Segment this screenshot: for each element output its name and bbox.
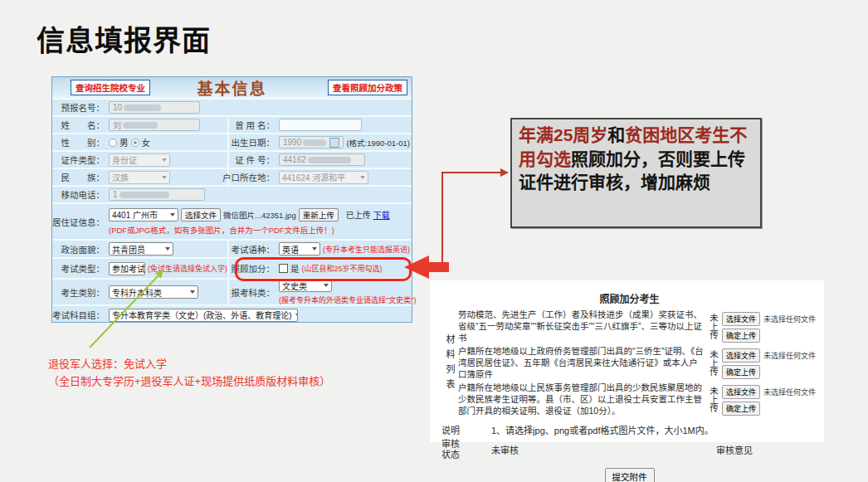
bonus-callout-box: 年满25周岁和贫困地区考生不用勾选照顾加分，否则要上传证件进行审核，增加麻烦 [510,118,762,228]
materials-list: 劳动模范、先进生产（工作）者及科技进步（成果）奖获证书、省级“五一劳动奖章”“新… [458,309,817,419]
bonus-checkbox-text: 是 [290,262,300,275]
category-value: 专科升本科类 [112,286,162,299]
note-text: 1、请选择jpg、png或者pdf格式图片文件，大小1M内。 [491,423,714,436]
row-category-subject: 考生类别： 专科升本科类 报考科类： 文史类 (报考专升本的外语类专业请选择"文… [52,278,412,304]
hukou-select[interactable]: 441624 河源和平 [279,171,368,184]
choose-file-button[interactable]: 选择文件 [722,312,760,326]
politics-select[interactable]: 共青团员 [109,242,173,256]
screen: 信息填报界面 基本信息 查询招生院校专业 查看照顾加分政策 预报名号： 10 姓… [0,0,868,482]
red-connector-line [437,173,501,267]
dob-label: 出生日期： [227,134,279,150]
upload-controls: 选择文件 未选择任何文件 确定上传 [718,309,817,344]
status-label: 审核状态 [441,439,468,462]
subject-value: 文史类 [282,280,307,292]
chevron-down-icon [190,290,195,294]
idno-input[interactable]: 44162 [279,153,365,166]
card-title: 照顾加分考生 [441,291,817,305]
former-name-label: 曾 用 名： [227,117,279,133]
ethnic-label: 民 族： [52,169,109,185]
veteran-annotation: 退役军人选择：免试入学 （全日制大专学历+退役军人证+现场提供纸质版材料审核） [48,356,330,391]
view-bonus-policy-button[interactable]: 查看照顾加分政策 [328,80,407,95]
examtype-select[interactable]: 参加考试 [109,262,145,275]
subject-select[interactable]: 文史类 [279,279,332,292]
opinion-label: 审核意见 [716,443,753,456]
gender-male-text: 男 [119,136,129,148]
row-ethnic-hukou: 民 族： 汉族 户口所在地： 441624 河源和平 [52,168,412,185]
material-text: 户籍所在地地级以上政府侨务管理部门出具的“三侨生”证明、《台湾居民居住证》、五年… [458,346,705,381]
confirm-upload-button[interactable]: 确定上传 [722,329,760,343]
material-row: 户籍所在地地级以上民族事务管理部门出具的少数民族聚居地的少数民族考生证明等。县（… [458,382,817,417]
bonus-checkbox[interactable] [279,264,288,273]
redacted-value [119,192,169,198]
choose-file-button[interactable]: 选择文件 [722,385,760,399]
chevron-down-icon [162,176,167,179]
redacted-value [303,139,326,146]
preregistration-input[interactable]: 10 [109,101,200,114]
subject-label: 报考科类： [227,280,279,304]
red-connector-arrow-head [500,168,509,177]
examset-select[interactable]: 专升本教育学类（文史）(政治、外语、教育理论) [109,309,298,322]
dob-input[interactable]: 1990 [279,136,344,148]
material-row: 劳动模范、先进生产（工作）者及科技进步（成果）奖获证书、省级“五一劳动奖章”“新… [458,309,817,344]
hukou-value: 441624 河源和平 [282,171,345,183]
language-select[interactable]: 英语 [279,242,320,256]
confirm-upload-button[interactable]: 确定上传 [722,402,760,416]
gender-label: 性 别： [52,134,109,150]
bonus-label: 照顾加分： [227,259,279,278]
status-value: 未审核 [491,443,519,456]
note-label: 说明 [441,423,468,436]
row-exam-subject-group: 考试科目组： 专升本教育学类（文史）(政治、外语、教育理论) [52,304,412,324]
residence-city-select[interactable]: 4401 广州市 [109,208,178,222]
confirm-upload-button[interactable]: 确定上传 [722,365,760,379]
choose-file-button[interactable]: 选择文件 [722,348,760,363]
chevron-down-icon [170,213,175,217]
preregistration-value: 10 [113,103,122,112]
row-preregistration-number: 预报名号： 10 [52,98,412,115]
redacted-value [308,157,351,163]
materials-side-label: 材料列表 [441,309,458,419]
phone-value: 1 [113,190,118,199]
ethnic-select[interactable]: 汉族 [109,171,170,184]
download-link[interactable]: 下载 [373,208,390,221]
hukou-label: 户口所在地： [227,169,279,185]
idno-label: 证 件 号： [227,152,279,168]
examset-value: 专升本教育学类（文史）(政治、外语、教育理论) [112,309,292,321]
form-header: 基本信息 查询招生院校专业 查看照顾加分政策 [52,77,412,98]
dob-value: 1990 [283,138,301,147]
gender-female-radio[interactable] [131,139,139,147]
upload-status: 未上传 [705,309,718,344]
residence-upload-note: (PDF或JPG格式，如有多张图片，合并为一个PDF文件后上传！) [109,224,334,236]
reupload-button[interactable]: 重新上传 [299,208,339,222]
no-file-text: 未选择任何文件 [763,387,816,397]
category-select[interactable]: 专科升本科类 [109,285,198,299]
language-value: 英语 [282,243,299,256]
politics-label: 政治面貌： [52,241,109,257]
upload-controls: 选择文件 未选择任何文件 确定上传 [718,346,817,381]
former-name-input[interactable] [279,119,362,131]
residence-city-value: 4401 广州市 [112,208,158,221]
chevron-down-icon [165,247,170,251]
gender-male-radio[interactable] [109,139,117,147]
name-label: 姓 名： [52,117,109,133]
uploaded-filename: 微信图片...42351.jpg [223,209,296,221]
idno-value: 44162 [283,155,306,164]
row-residence-permit: 居住证信息： 4401 广州市 选择文件 微信图片...42351.jpg 重新… [52,202,412,239]
calendar-icon[interactable] [329,138,339,148]
idtype-select[interactable]: 身份证 [109,153,170,167]
status-row: 审核状态 未审核 审核意见 [441,439,817,462]
gender-female-text: 女 [142,136,151,148]
name-value: 刘 [113,119,121,131]
examtype-note: (免试生请选择免试入学) [148,263,227,274]
chevron-down-icon [312,247,317,251]
ethnic-value: 汉族 [112,171,129,183]
dob-format-note: (格式:1990-01-01) [346,137,410,148]
phone-input[interactable]: 1 [109,188,205,201]
name-input[interactable]: 刘 [109,119,200,131]
submit-attachments-button[interactable]: 提交附件 [605,468,655,482]
examtype-label: 考试类型： [52,259,109,278]
choose-file-button[interactable]: 选择文件 [181,208,221,222]
phone-label: 移动电话： [52,187,109,202]
query-colleges-button[interactable]: 查询招生院校专业 [71,80,150,95]
politics-value: 共青团员 [112,243,145,256]
material-row: 户籍所在地地级以上政府侨务管理部门出具的“三侨生”证明、《台湾居民居住证》、五年… [458,346,817,381]
